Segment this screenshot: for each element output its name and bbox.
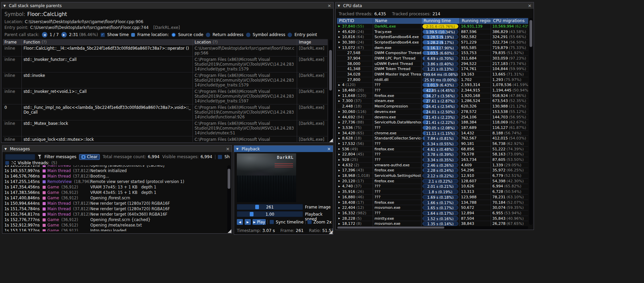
radio-source-code[interactable] — [171, 33, 176, 37]
collapse-icon[interactable]: ▼ — [4, 147, 8, 151]
clipped-checkbox[interactable] — [218, 155, 222, 159]
callstack-row[interactable]: inlineFloor::CalcLight::__l4::<lambda_5b… — [3, 45, 328, 56]
expand-icon[interactable]: ▶ — [338, 196, 342, 198]
expand-icon[interactable]: ▶ — [338, 126, 342, 129]
collapse-icon[interactable]: ▼ — [236, 147, 240, 151]
playback-speed-slider[interactable]: 1.00 — [237, 211, 303, 217]
cpu-row[interactable]: 27,548DWM Compositor Thread1:03.5 (6.60%… — [337, 50, 528, 56]
cpu-row[interactable]: ▶536 (49)firefox.exe4.61 s (0.48%)68,856… — [337, 147, 528, 152]
prev-parent-button[interactable]: ◀ — [42, 32, 47, 37]
close-icon[interactable]: × — [528, 3, 532, 8]
callstack-row[interactable]: inlinestd::invokeC:\Program Files (x86)\… — [3, 72, 328, 88]
header-image[interactable]: Image — [297, 39, 328, 45]
clear-button[interactable]: x Clear — [79, 154, 100, 160]
playback-titlebar[interactable]: ▼ Playback × — [234, 146, 333, 152]
cpu-row[interactable]: 37,904DWM LPC Port Thread6.69 s (0.70%)3… — [337, 56, 528, 61]
cpu-row[interactable]: ▶44,692 (84)devenv.exe21.43 s (2.23%)254… — [337, 115, 528, 120]
step-forward-button[interactable]: ▶ — [245, 219, 251, 225]
cpu-row[interactable]: ▶3,536 (75)???20.05 s (2.08%)187,689116,… — [337, 125, 528, 131]
step-back-button[interactable]: ◀ — [237, 219, 243, 225]
visible-threads-row[interactable]: Visible threads: (5) — [5, 160, 57, 165]
cpu-row[interactable]: ▶22,404 (12)msvsmon.exe1.65 s (0.17%)50,… — [337, 205, 528, 211]
cpu-row[interactable]: ▶45,620 (24)Tracy.exe1:39.5 (10.34%)887,… — [337, 29, 528, 35]
message-row[interactable]: 1s 153,116,377nsGame (36,912)Intro menu … — [4, 228, 226, 231]
callstack-scrollbar[interactable] — [329, 40, 332, 141]
cpu-row[interactable]: ▶35,916 (26)???1.8 s (0.19%)13,3136,728 … — [337, 189, 528, 195]
cpu-row[interactable]: ▶16,880 (46)???1.69 s (0.18%)123,98878,2… — [337, 195, 528, 200]
expand-icon[interactable]: ▶ — [338, 142, 342, 145]
cpu-row[interactable]: ▶4,632 (2)vmware-authd.exe2.46 s (0.26%)… — [337, 163, 528, 168]
expand-icon[interactable]: ▼ — [338, 46, 342, 49]
expand-icon[interactable]: ▶ — [338, 137, 342, 140]
expand-icon[interactable]: ▶ — [338, 159, 342, 161]
header-frame[interactable]: Frame — [3, 39, 22, 45]
messages-titlebar[interactable]: ▼ Messages × — [2, 146, 232, 152]
sync-timeline-checkbox[interactable] — [270, 220, 274, 224]
frame-image-slider[interactable]: 261 — [237, 204, 303, 210]
cpu-row[interactable]: 38,000uDWM Event Thread3.86 s (0.40%)294… — [337, 61, 528, 67]
message-row[interactable]: 1s 150,994,644nsMain thread (37,812)New … — [4, 201, 226, 206]
cpu-row[interactable]: ▶18,968 (1,018)ServiceHub.SettingsHost.e… — [337, 173, 528, 179]
expand-icon[interactable]: ▶ — [338, 121, 342, 124]
message-row[interactable]: 1s 147,255,145nsRemoteView (18,796)Remot… — [4, 179, 226, 184]
message-row[interactable]: 1s 146,576,766nsMain thread (37,812)Boot… — [4, 173, 226, 179]
cpu-row[interactable]: ▶18,460 (20)???42.85 s (4.45%)2,344,9151… — [337, 88, 528, 93]
cpu-row[interactable]: ▶17,532 (56)???5.34 s (0.55%)90,18156,73… — [337, 141, 528, 147]
expand-icon[interactable]: ▶ — [338, 180, 342, 182]
close-icon[interactable]: × — [327, 147, 331, 151]
callstack-row[interactable]: inlinestd::unique_lock<std::mutex>::lock… — [3, 136, 328, 142]
header-running-time[interactable]: Running time — [421, 18, 460, 24]
callstack-titlebar[interactable]: ▼ Call stack sample parents × — [1, 2, 333, 9]
expand-icon[interactable]: ▶ — [338, 110, 342, 113]
callstack-row[interactable]: inlinestd::_Invoker_functor::_CallC:\Pro… — [3, 56, 328, 72]
cpu-row[interactable]: ▶34,420 (65)chrome.exe11.11 s (1.15%)14,… — [337, 131, 528, 136]
threads-checkbox[interactable] — [5, 161, 9, 165]
cpu-row[interactable]: ▶4 (120)???1:01.9 (6.43%)2,593,3141,078,… — [337, 83, 528, 88]
header-function[interactable]: Function(?) — [22, 39, 193, 45]
collapse-icon[interactable]: ▼ — [3, 4, 7, 7]
cpu-row[interactable]: ▶18,172 (8)msvsmon.exe1.35 s (0.14%)38,8… — [337, 221, 528, 226]
message-row[interactable]: 1s 147,354,456nsGame (36,912)VRAM 37x45:… — [4, 184, 226, 190]
cpu-hscrollbar-thumb[interactable] — [337, 227, 444, 229]
resize-grip[interactable] — [329, 138, 333, 142]
cpu-scrollbar[interactable] — [529, 18, 533, 225]
callstack-row[interactable]: inlinestd::_Mutex_base::lockC:\Program F… — [3, 120, 328, 136]
expand-icon[interactable]: ▶ — [338, 132, 342, 134]
close-icon[interactable]: × — [226, 147, 230, 151]
callstack-row[interactable]: inlinestd::_Invoker_ret<void,1>::_CallC:… — [3, 88, 328, 104]
cpu-row[interactable]: ▶22,804 (45)???3.78 s (0.39%)79,57858,16… — [337, 152, 528, 157]
cpu-row[interactable]: ▶4,740 (37)???2.01 s (0.21%)10,6266,994 … — [337, 184, 528, 189]
cpu-row[interactable]: ▶16,332 (982)???1.64 s (0.17%)12,8946,95… — [337, 211, 528, 216]
cpu-hscrollbar[interactable] — [337, 226, 528, 229]
message-row[interactable]: 1s 151,754,784nsMain thread (37,812)New … — [4, 206, 226, 212]
cpu-row[interactable]: ▶27,736 (88)ServiceHub.DataWarehouse21.4… — [337, 120, 528, 125]
expand-icon[interactable]: ▶ — [338, 169, 342, 172]
collapse-icon[interactable]: ▼ — [338, 4, 341, 7]
expand-icon[interactable]: ▶ — [338, 30, 342, 33]
message-row[interactable]: 1s 120,335,272nsMain thread (37,812)Open… — [4, 165, 226, 168]
radio-return-address[interactable] — [206, 33, 210, 37]
resize-grip[interactable] — [329, 230, 333, 234]
zoom-checkbox[interactable] — [307, 220, 312, 224]
message-row[interactable]: 1s 145,557,997nsMain thread (37,812)Netw… — [4, 168, 226, 173]
cpu-row[interactable]: ▶928 (25)???3.34 s (0.35%)163,73487,605 … — [337, 157, 528, 163]
cpu-row[interactable]: 27,800ntdll.dll25.93 ms (0.00%)1,7021,29… — [337, 77, 528, 83]
messages-scrollbar[interactable] — [227, 165, 231, 232]
resize-grip[interactable] — [228, 229, 231, 233]
cpu-row[interactable]: 34,028DWM Master Input Thread799.64 ms (… — [337, 72, 528, 77]
expand-icon[interactable]: ▶ — [338, 89, 342, 92]
cpu-scrollbar-thumb[interactable] — [530, 20, 532, 47]
expand-icon[interactable]: ▶ — [338, 94, 342, 97]
expand-icon[interactable]: ▶ — [338, 164, 342, 166]
expand-icon[interactable]: ▶ — [338, 190, 342, 193]
cpu-row[interactable]: ▼13,072 (67)dwm.exe1:16.1 (7.90%)955,585… — [337, 45, 528, 51]
expand-icon[interactable]: ▶ — [338, 25, 342, 28]
cpu-row[interactable]: ▶20,120 (17)firefox.exe2.1 s (0.22%)128,… — [337, 179, 528, 184]
expand-icon[interactable]: ▶ — [338, 148, 342, 150]
header-running-regions[interactable]: Running regions — [460, 18, 491, 24]
cpu-row[interactable]: ▶11,648 (120)firefox.exe34.27 s (3.56%)1… — [337, 93, 528, 99]
expand-icon[interactable]: ▶ — [338, 185, 342, 188]
cpu-row[interactable]: ▶17,396 (43)firefox.exe2.28 s (0.24%)54,… — [337, 168, 528, 173]
cpu-row[interactable]: ▶37,840 (55)DarkRL.exe2:31.6 (15.76%)16,… — [337, 24, 528, 29]
header-location[interactable]: Location(?) — [193, 39, 297, 45]
